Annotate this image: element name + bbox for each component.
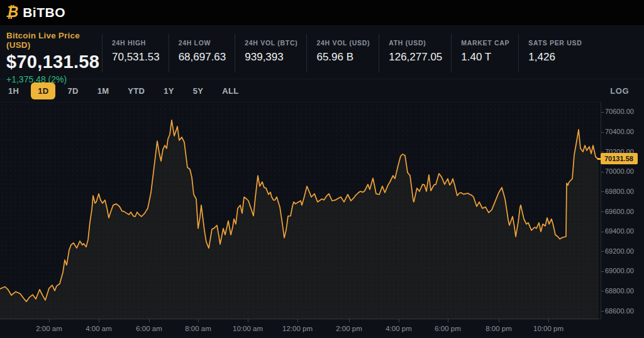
x-tick-label: 2:00 am — [36, 325, 62, 332]
x-tick-label: 10:00 pm — [533, 325, 564, 332]
stat-label: 24H LOW — [179, 39, 226, 47]
log-scale-toggle[interactable]: LOG — [610, 86, 629, 96]
stats-bar: Bitcoin Live Price (USD) $70,131.58 +1,3… — [0, 25, 644, 79]
tab-7d[interactable]: 7D — [60, 82, 85, 99]
x-tick-label: 8:00 pm — [486, 325, 512, 332]
y-tick-label: 68600.00 — [605, 307, 634, 315]
y-tick-mark — [601, 191, 604, 192]
stat-label: 24H VOL (USD) — [316, 39, 370, 47]
stat-value: 68,697.63 — [179, 51, 226, 64]
y-tick-label: 68800.00 — [605, 287, 634, 295]
y-tick-label: 69000.00 — [605, 267, 634, 274]
x-tick-label: 2:00 pm — [336, 325, 362, 332]
y-tick-label: 69600.00 — [605, 208, 634, 215]
stat-label: ATH (USD) — [389, 39, 442, 47]
y-tick-mark — [601, 152, 604, 152]
x-tick-mark — [349, 319, 350, 322]
x-tick-label: 10:00 am — [233, 325, 263, 332]
y-tick-mark — [601, 172, 604, 172]
x-tick-mark — [499, 319, 499, 322]
x-tick-mark — [49, 319, 50, 322]
current-price-badge: 70131.58 — [601, 153, 638, 164]
tab-5y[interactable]: 5Y — [186, 82, 211, 99]
x-tick-mark — [448, 319, 448, 322]
x-tick-mark — [149, 319, 150, 322]
x-tick-mark — [297, 319, 298, 322]
live-price-value: $70,131.58 — [6, 52, 102, 72]
stat-value: 70,531.53 — [112, 51, 160, 64]
x-tick-label: 4:00 pm — [386, 325, 412, 332]
x-tick-mark — [248, 319, 248, 322]
x-tick-mark — [198, 319, 199, 322]
stat-item-24h-high: 24H HIGH70,531.53 — [102, 34, 169, 72]
stat-item-24h-low: 24H LOW68,697.63 — [169, 34, 235, 72]
y-tick-label: 69400.00 — [605, 227, 634, 235]
y-tick-mark — [601, 291, 604, 291]
stat-value: 65.96 B — [316, 51, 370, 64]
stat-item-ath-usd-: ATH (USD)126,277.05 — [379, 34, 451, 72]
live-price-label: Bitcoin Live Price (USD) — [6, 31, 102, 50]
stat-label: SATS PER USD — [528, 39, 582, 47]
y-tick-label: 69200.00 — [605, 247, 634, 255]
stat-value: 126,277.05 — [389, 51, 442, 64]
stat-label: MARKET CAP — [461, 39, 509, 47]
x-tick-label: 4:00 am — [86, 325, 112, 332]
y-tick-label: 70400.00 — [605, 128, 634, 135]
tab-1h[interactable]: 1H — [1, 82, 26, 99]
time-axis: 2:00 am4:00 am6:00 am8:00 am10:00 am12:0… — [0, 319, 601, 338]
price-chart-area[interactable] — [0, 102, 601, 319]
stat-value: 1.40 T — [461, 51, 509, 64]
bitbo-dashboard: ₿ BiTBO Bitcoin Live Price (USD) $70,131… — [0, 0, 644, 338]
stat-item-24h-vol-usd-: 24H VOL (USD)65.96 B — [306, 34, 379, 72]
brand-name[interactable]: BiTBO — [23, 5, 65, 20]
y-tick-mark — [601, 112, 604, 113]
x-tick-label: 6:00 pm — [435, 325, 461, 332]
tab-all[interactable]: ALL — [215, 82, 245, 99]
range-toolbar: 1H1D7D1MYTD1Y5YALLLOG — [0, 79, 644, 102]
tab-1d[interactable]: 1D — [31, 82, 55, 99]
bitbo-logo-icon[interactable]: ₿ — [6, 5, 18, 20]
y-tick-mark — [601, 251, 604, 252]
live-price-panel: Bitcoin Live Price (USD) $70,131.58 +1,3… — [0, 25, 102, 79]
stat-value: 939,393 — [245, 51, 297, 64]
y-tick-label: 69800.00 — [605, 188, 634, 195]
tab-1y[interactable]: 1Y — [157, 82, 181, 99]
y-tick-mark — [601, 132, 604, 133]
stat-item-24h-vol-btc-: 24H VOL (BTC)939,393 — [235, 34, 306, 72]
price-chart-svg — [0, 103, 601, 320]
stat-value: 1,426 — [528, 51, 582, 64]
price-axis: 70131.58 70600.0070400.0070200.0070000.0… — [601, 102, 644, 319]
x-tick-mark — [548, 319, 549, 322]
stat-label: 24H VOL (BTC) — [245, 39, 297, 47]
y-tick-mark — [601, 311, 604, 312]
x-tick-mark — [99, 319, 99, 322]
x-tick-label: 6:00 am — [136, 325, 162, 332]
stat-item-sats-per-usd: SATS PER USD1,426 — [518, 34, 591, 72]
x-tick-mark — [399, 319, 399, 322]
y-tick-mark — [601, 232, 604, 232]
tab-1m[interactable]: 1M — [91, 82, 116, 99]
x-tick-label: 8:00 am — [185, 325, 211, 332]
header-bar: ₿ BiTBO — [0, 0, 644, 25]
tab-ytd[interactable]: YTD — [121, 82, 152, 99]
y-tick-mark — [601, 271, 604, 272]
x-tick-label: 12:00 pm — [282, 325, 313, 332]
y-tick-label: 70000.00 — [605, 167, 634, 175]
y-tick-mark — [601, 211, 604, 212]
y-tick-label: 70600.00 — [605, 108, 634, 115]
stat-item-market-cap: MARKET CAP1.40 T — [451, 34, 518, 72]
stat-label: 24H HIGH — [112, 39, 160, 47]
